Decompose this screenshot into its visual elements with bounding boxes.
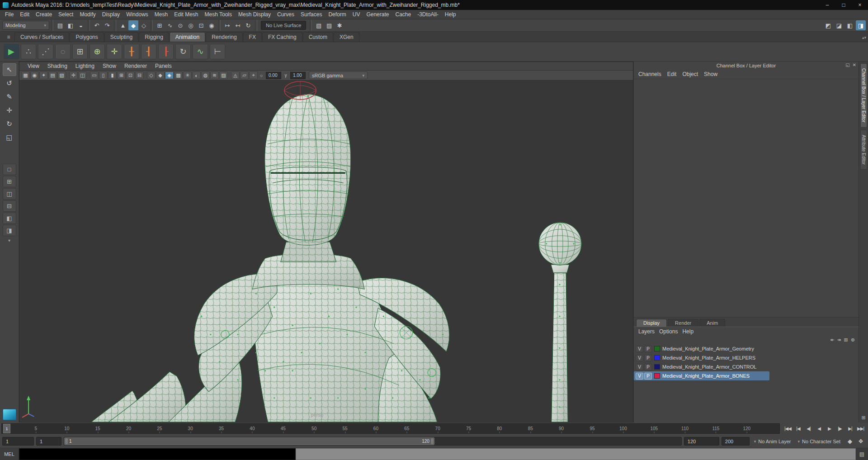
menu-mesh-tools[interactable]: Mesh Tools: [202, 10, 235, 19]
timeline-tick[interactable]: 85: [528, 424, 533, 433]
set-key-icon[interactable]: ∴: [21, 44, 36, 59]
layer-row[interactable]: VPMedieval_Knight_Plate_Armor_CONTROL: [634, 362, 776, 371]
select-component-icon[interactable]: ◇: [139, 20, 149, 30]
shaded-icon[interactable]: ◆: [156, 71, 165, 79]
select-object-icon[interactable]: ◆: [128, 20, 138, 30]
close-panel-icon[interactable]: ✕: [853, 62, 856, 67]
timeline-tick[interactable]: 55: [342, 424, 347, 433]
timeline-tick[interactable]: 110: [681, 424, 689, 433]
channel-box-menu-object[interactable]: Object: [682, 71, 702, 78]
live-surface-field[interactable]: No Live Surface: [261, 21, 306, 30]
shelf-tab-animation[interactable]: Animation: [170, 32, 205, 42]
gamma-icon[interactable]: γ: [283, 73, 289, 78]
snap-curve-icon[interactable]: ∿: [165, 20, 175, 30]
make-live-icon[interactable]: ◉: [207, 20, 217, 30]
ghost-icon[interactable]: ⊞: [72, 44, 88, 59]
sidebar-attribute-editor-icon[interactable]: ◪: [834, 20, 844, 30]
timeline-tick[interactable]: 10: [64, 424, 69, 433]
sidebar-tab-attribute-editor[interactable]: Attribute Editor: [860, 130, 867, 170]
menu-display[interactable]: Display: [99, 10, 123, 19]
viewport-menu-renderer[interactable]: Renderer: [121, 62, 151, 70]
shelf-tab-rigging[interactable]: Rigging: [139, 32, 169, 42]
play-backwards-button[interactable]: ◀: [814, 424, 824, 433]
new-empty-layer-icon[interactable]: ⊞: [844, 337, 848, 343]
menu-set-selector[interactable]: Modeling ▾: [2, 21, 49, 30]
range-slider-track[interactable]: 1 120: [64, 437, 682, 446]
timeline-tick[interactable]: 45: [281, 424, 286, 433]
menu-generate[interactable]: Generate: [363, 10, 392, 19]
render-settings-icon[interactable]: ✱: [335, 20, 344, 30]
layer-editor-menu-options[interactable]: Options: [659, 328, 681, 335]
layer-editor-menu-help[interactable]: Help: [682, 328, 697, 335]
use-all-lights-icon[interactable]: ✳: [183, 71, 192, 79]
sidebar-tool-settings-icon[interactable]: ◧: [845, 20, 855, 30]
move-layer-down-icon[interactable]: ↠: [837, 337, 841, 343]
menu-edit[interactable]: Edit: [17, 10, 33, 19]
shelf-tab-xgen[interactable]: XGen: [334, 32, 359, 42]
motion-trail-icon[interactable]: ◌: [55, 44, 71, 59]
layer-color-swatch[interactable]: [654, 373, 660, 379]
layer-visibility-toggle[interactable]: V: [636, 355, 643, 361]
save-scene-icon[interactable]: ◒: [76, 20, 86, 30]
image-plane-icon[interactable]: ▧: [57, 71, 66, 79]
shelf-tab-fx-caching[interactable]: FX Caching: [262, 32, 302, 42]
multisample-icon[interactable]: ▨: [219, 71, 228, 79]
command-language-toggle[interactable]: MEL: [0, 448, 19, 460]
auto-keyframe-icon[interactable]: ◆: [845, 436, 855, 446]
animation-start-field[interactable]: 1: [2, 437, 34, 446]
snap-projected-center-icon[interactable]: ◎: [186, 20, 196, 30]
construction-history-icon[interactable]: ↻: [243, 20, 253, 30]
float-panel-icon[interactable]: ◱: [845, 62, 849, 67]
xray-joints-icon[interactable]: ⌖: [249, 71, 258, 79]
paint-select-tool-icon[interactable]: ✎: [3, 90, 16, 103]
timeline-tick[interactable]: 120: [743, 424, 751, 433]
open-scene-icon[interactable]: ◧: [66, 20, 75, 30]
camera-attributes-icon[interactable]: ✦: [39, 71, 48, 79]
timeline-tick[interactable]: 15: [95, 424, 100, 433]
playback-end-field[interactable]: 120: [684, 437, 719, 446]
timeline-tick[interactable]: 90: [559, 424, 564, 433]
gate-mask-icon[interactable]: ▮: [108, 71, 117, 79]
toolbar-collapser-handle[interactable]: [151, 20, 153, 31]
redo-icon[interactable]: ↷: [102, 20, 112, 30]
toolbar-collapser-handle[interactable]: [218, 20, 221, 31]
select-camera-icon[interactable]: ▦: [21, 71, 30, 79]
menu-windows[interactable]: Windows: [123, 10, 151, 19]
menu-edit-mesh[interactable]: Edit Mesh: [171, 10, 201, 19]
anim-layer-dropdown[interactable]: ▾ No Anim Layer: [752, 439, 793, 444]
timeline-tick[interactable]: 30: [188, 424, 193, 433]
menu-deform[interactable]: Deform: [325, 10, 349, 19]
set-breakdown-icon[interactable]: ⋰: [38, 44, 53, 59]
animation-end-field[interactable]: 200: [722, 437, 750, 446]
wireframe-on-shaded-icon[interactable]: ◈: [165, 71, 174, 79]
layer-visibility-toggle[interactable]: V: [636, 346, 643, 352]
current-frame-marker[interactable]: 1: [3, 424, 10, 433]
viewport-menu-view[interactable]: View: [24, 62, 43, 70]
step-forward-frame-button[interactable]: ▶|: [845, 424, 855, 433]
shelf-menu-icon[interactable]: ≡: [3, 34, 14, 42]
timeline-tick[interactable]: 100: [619, 424, 627, 433]
layout-two-side-by-side-icon[interactable]: ◫: [3, 188, 16, 199]
layer-color-swatch[interactable]: [654, 346, 660, 351]
lock-camera-icon[interactable]: ◉: [30, 71, 39, 79]
snap-view-plane-icon[interactable]: ⊡: [196, 20, 206, 30]
channel-box-empty-area[interactable]: [634, 79, 859, 317]
film-gate-icon[interactable]: ▭: [90, 71, 99, 79]
menu-surfaces[interactable]: Surfaces: [297, 10, 325, 19]
layer-editor-tab-display[interactable]: Display: [636, 319, 667, 327]
layer-playback-toggle[interactable]: P: [644, 364, 652, 370]
timeline-tick[interactable]: 5: [35, 424, 38, 433]
sidebar-tab-channel-box-layer-editor[interactable]: Channel Box / Layer Editor: [860, 63, 867, 128]
menu-create[interactable]: Create: [33, 10, 55, 19]
layer-playback-toggle[interactable]: P: [644, 346, 652, 352]
menu-curves[interactable]: Curves: [274, 10, 297, 19]
ik-handle-icon[interactable]: ⊢: [210, 44, 225, 59]
layout-four-view-icon[interactable]: ⊞: [3, 176, 16, 187]
output-connections-icon[interactable]: ↤: [233, 20, 243, 30]
viewport-menu-shading[interactable]: Shading: [44, 62, 71, 70]
rotate-tool-icon[interactable]: ↻: [3, 118, 16, 130]
layer-visibility-toggle[interactable]: V: [636, 373, 643, 379]
wireframe-icon[interactable]: ◇: [147, 71, 156, 79]
knight-model[interactable]: [91, 94, 449, 422]
viewport-menu-show[interactable]: Show: [99, 62, 120, 70]
